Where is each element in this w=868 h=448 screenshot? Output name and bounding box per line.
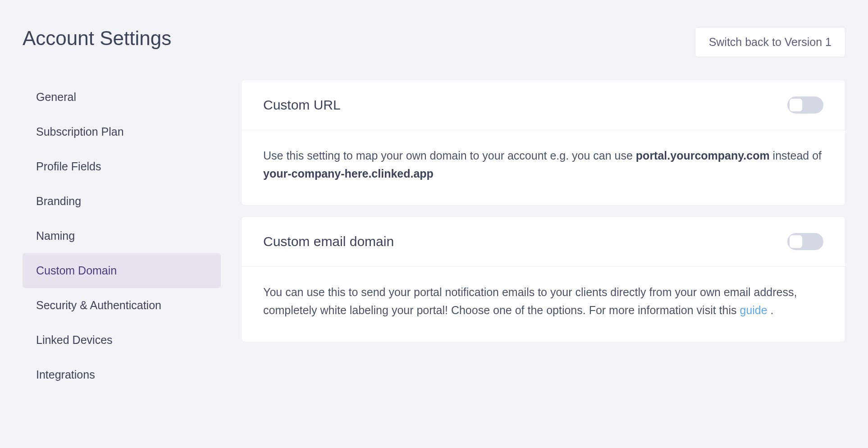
custom-url-card-header: Custom URL <box>242 80 845 130</box>
sidebar: General Subscription Plan Profile Fields… <box>23 80 221 392</box>
desc-bold-domain1: portal.yourcompany.com <box>636 149 770 162</box>
sidebar-item-security-authentication[interactable]: Security & Authentication <box>23 288 221 323</box>
custom-url-title: Custom URL <box>263 97 341 113</box>
sidebar-item-subscription-plan[interactable]: Subscription Plan <box>23 114 221 149</box>
desc-text: . <box>767 304 774 316</box>
toggle-knob <box>790 235 802 248</box>
page-title: Account Settings <box>23 27 171 50</box>
custom-email-card-header: Custom email domain <box>242 217 845 267</box>
sidebar-item-profile-fields[interactable]: Profile Fields <box>23 149 221 184</box>
custom-email-title: Custom email domain <box>263 234 394 249</box>
toggle-knob <box>790 99 802 111</box>
custom-email-card: Custom email domain You can use this to … <box>241 216 845 342</box>
desc-text: You can use this to send your portal not… <box>263 286 797 316</box>
custom-url-toggle[interactable] <box>787 96 823 114</box>
sidebar-item-naming[interactable]: Naming <box>23 219 221 253</box>
switch-back-button[interactable]: Switch back to Version 1 <box>695 27 845 57</box>
sidebar-item-linked-devices[interactable]: Linked Devices <box>23 323 221 357</box>
custom-email-toggle[interactable] <box>787 233 823 250</box>
sidebar-item-custom-domain[interactable]: Custom Domain <box>23 253 221 288</box>
custom-email-card-body: You can use this to send your portal not… <box>242 267 845 342</box>
page-header: Account Settings Switch back to Version … <box>23 27 845 57</box>
custom-url-card: Custom URL Use this setting to map your … <box>241 80 845 206</box>
custom-email-description: You can use this to send your portal not… <box>263 283 823 319</box>
sidebar-item-branding[interactable]: Branding <box>23 184 221 219</box>
custom-url-description: Use this setting to map your own domain … <box>263 146 823 183</box>
custom-url-card-body: Use this setting to map your own domain … <box>242 130 845 205</box>
main-content: Custom URL Use this setting to map your … <box>241 80 845 392</box>
guide-link[interactable]: guide <box>740 304 767 316</box>
desc-text: Use this setting to map your own domain … <box>263 149 636 162</box>
desc-text: instead of <box>770 149 822 162</box>
sidebar-item-integrations[interactable]: Integrations <box>23 357 221 392</box>
sidebar-item-general[interactable]: General <box>23 80 221 114</box>
desc-bold-domain2: your-company-here.clinked.app <box>263 167 434 180</box>
